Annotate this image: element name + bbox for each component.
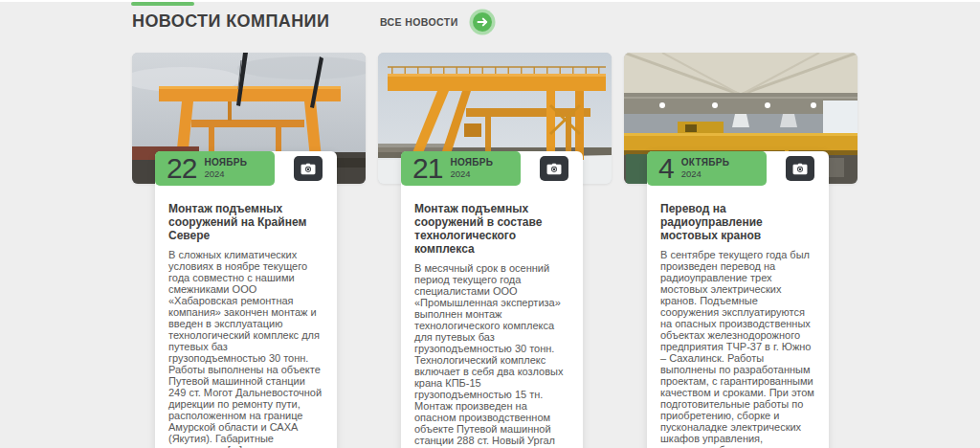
news-excerpt: В сентябре текущего года был произведен … — [660, 249, 815, 448]
news-title[interactable]: Монтаж подъемных сооружений в составе те… — [414, 202, 569, 256]
date-badge: 22 НОЯБРЬ 2024 — [155, 151, 275, 186]
news-card: 22 НОЯБРЬ 2024 Монтаж подъемных сооружен… — [132, 53, 366, 184]
date-badge: 4 ОКТЯБРЬ 2024 — [647, 151, 767, 186]
news-excerpt: В месячный срок в осенний период текущег… — [414, 262, 569, 448]
camera-icon[interactable] — [540, 156, 568, 181]
date-month: ОКТЯБРЬ — [681, 158, 729, 168]
date-day: 22 — [167, 154, 196, 183]
news-cards-row: 22 НОЯБРЬ 2024 Монтаж подъемных сооружен… — [132, 53, 858, 184]
date-badge: 21 НОЯБРЬ 2024 — [401, 151, 521, 186]
news-title[interactable]: Перевод на радиоуправление мостовых кран… — [660, 202, 815, 242]
camera-icon[interactable] — [786, 156, 814, 181]
date-month: НОЯБРЬ — [204, 158, 247, 168]
news-card: 4 ОКТЯБРЬ 2024 Перевод на радиоуправлени… — [624, 53, 858, 184]
camera-icon[interactable] — [294, 156, 323, 181]
title-accent-bar — [131, 2, 194, 6]
news-card-panel: 22 НОЯБРЬ 2024 Монтаж подъемных сооружен… — [155, 151, 337, 448]
date-day: 21 — [412, 154, 442, 183]
date-month: НОЯБРЬ — [450, 158, 493, 168]
date-year: 2024 — [204, 169, 247, 179]
date-year: 2024 — [450, 169, 493, 179]
section-title: НОВОСТИ КОМПАНИИ — [132, 11, 329, 32]
news-excerpt: В сложных климатических условиях в ноябр… — [168, 249, 323, 448]
date-day: 4 — [658, 154, 674, 183]
news-card-panel: 21 НОЯБРЬ 2024 Монтаж подъемных сооружен… — [401, 151, 583, 448]
all-news-label: ВСЕ НОВОСТИ — [380, 16, 458, 28]
news-card: 21 НОЯБРЬ 2024 Монтаж подъемных сооружен… — [378, 53, 612, 184]
news-title[interactable]: Монтаж подъемных сооружений на Крайнем С… — [168, 202, 323, 242]
arrow-right-icon[interactable] — [469, 9, 496, 35]
news-card-panel: 4 ОКТЯБРЬ 2024 Перевод на радиоуправлени… — [647, 151, 829, 448]
all-news-link[interactable]: ВСЕ НОВОСТИ — [380, 9, 496, 35]
date-year: 2024 — [681, 169, 729, 179]
